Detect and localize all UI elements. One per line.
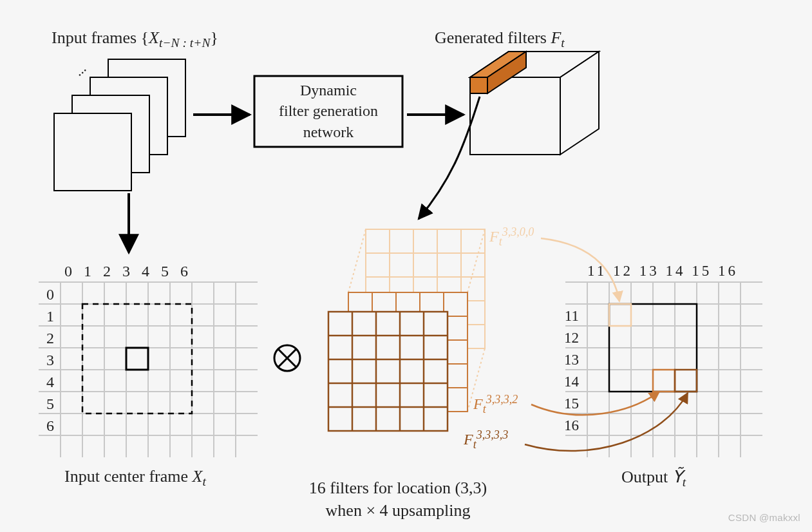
r6: 6 <box>46 415 54 437</box>
c0: 0 <box>64 263 84 280</box>
label-filter-a: Ft3,3,0,0 <box>489 225 534 249</box>
r1: 1 <box>46 305 54 327</box>
l1: Dynamic <box>300 82 357 99</box>
sym: X <box>193 467 203 486</box>
svg-rect-27 <box>82 304 192 413</box>
svg-rect-79 <box>609 304 631 326</box>
sub: t <box>202 475 205 488</box>
subscript: t−N : t+N <box>159 36 210 50</box>
r4: 15 <box>564 393 579 415</box>
sym: F <box>551 28 561 47</box>
sup: 3,3,3,2 <box>486 393 518 406</box>
c2: 2 <box>103 263 122 280</box>
c5: 16 <box>718 263 738 279</box>
sym: F <box>489 228 499 245</box>
c6: 6 <box>180 263 200 280</box>
r0: 11 <box>564 305 579 327</box>
filter-stack <box>328 229 485 431</box>
output-grid <box>565 282 762 457</box>
sub: t <box>683 475 686 489</box>
filters-cube <box>470 52 599 155</box>
c3: 3 <box>122 263 142 280</box>
suffix: } <box>210 28 218 47</box>
label-filter-c: Ft3,3,3,3 <box>464 428 508 451</box>
l1a: 16 filters for location <box>309 479 455 497</box>
r3: 14 <box>564 371 579 393</box>
sym: F <box>464 431 473 448</box>
sup: 3,3,0,0 <box>502 225 534 238</box>
input-frames-stack <box>54 59 185 191</box>
label-input-center-frame: Input center frame Xt <box>64 467 206 489</box>
r0: 0 <box>46 283 54 305</box>
output-grid-row-labels: 11 12 13 14 15 16 <box>564 305 579 437</box>
watermark: CSDN @makxxl <box>728 512 800 523</box>
c1: 1 <box>84 263 103 280</box>
l3: network <box>303 124 354 140</box>
l2: filter generation <box>279 102 378 119</box>
svg-rect-3 <box>54 113 131 191</box>
r2: 13 <box>564 349 579 371</box>
r5: 16 <box>564 415 579 437</box>
l2: when × 4 upsampling <box>326 501 471 520</box>
c4: 15 <box>692 263 712 279</box>
arrow-filter-b <box>531 392 659 415</box>
c2: 13 <box>639 263 659 279</box>
svg-rect-80 <box>653 370 675 392</box>
sup: 3,3,3,3 <box>477 428 509 441</box>
svg-line-41 <box>348 229 366 292</box>
sym: Ỹ <box>672 468 683 486</box>
label-sixteen-filters: 16 filters for location (3,3) when × 4 u… <box>282 477 514 522</box>
r3: 3 <box>46 349 54 371</box>
c4: 4 <box>142 263 161 280</box>
input-grid-col-labels: 0123456 <box>64 263 200 280</box>
input-grid-row-labels: 0 1 2 3 4 5 6 <box>46 283 54 437</box>
c1: 12 <box>613 263 633 279</box>
label-input-frames: Input frames {Xt−N : t+N} <box>52 28 218 50</box>
svg-rect-53 <box>328 312 448 431</box>
sub: t <box>561 36 564 50</box>
c5: 5 <box>161 263 180 280</box>
arrow-filter-c <box>525 393 688 451</box>
r2: 2 <box>46 327 54 349</box>
text: Generated filters <box>435 28 551 47</box>
svg-rect-28 <box>126 348 148 370</box>
l1b: (3,3) <box>455 479 487 497</box>
input-center-grid <box>39 282 258 457</box>
c0: 11 <box>587 263 607 279</box>
label-network: Dynamic filter generation network <box>254 80 402 142</box>
label-generated-filters: Generated filters Ft <box>435 28 565 50</box>
r5: 5 <box>46 393 54 415</box>
sym: X <box>149 28 159 47</box>
text: Output <box>621 468 672 486</box>
r1: 12 <box>564 327 579 349</box>
text: Input frames { <box>52 28 149 47</box>
output-grid-col-labels: 11 12 13 14 15 16 <box>587 263 738 280</box>
svg-rect-81 <box>675 370 697 392</box>
label-output: Output Ỹt <box>621 467 686 489</box>
r4: 4 <box>46 371 54 393</box>
tensor-product-icon <box>274 345 300 371</box>
svg-marker-8 <box>470 77 487 93</box>
label-filter-b: Ft3,3,3,2 <box>473 393 518 416</box>
c3: 14 <box>665 263 685 279</box>
text: Input center frame <box>64 467 193 486</box>
sym: F <box>473 395 483 412</box>
